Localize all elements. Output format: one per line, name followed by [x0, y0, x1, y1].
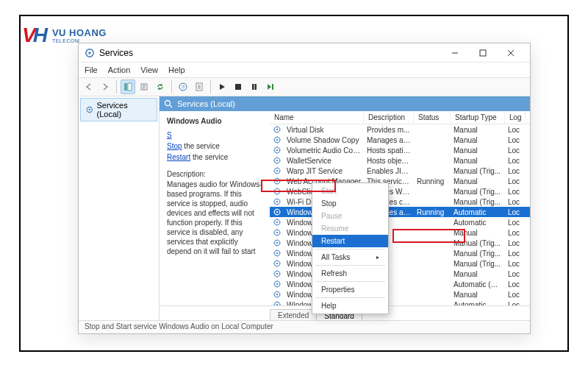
cell-startup: Manual (Trig...	[451, 167, 505, 175]
table-row[interactable]: Windows Camera FramManual (Trig...Loc	[270, 258, 530, 269]
gear-icon	[273, 300, 282, 305]
export-button[interactable]	[137, 79, 151, 94]
restart-link-word[interactable]: Restart	[167, 153, 190, 161]
back-button[interactable]	[82, 79, 96, 94]
table-row[interactable]: Volumetric Audio Composit...Hosts spatia…	[270, 145, 530, 155]
restart-service-button[interactable]	[263, 79, 278, 94]
start-service-button[interactable]	[215, 79, 229, 94]
stop-link-word[interactable]: Stop	[167, 142, 182, 150]
cell-startup: Manual	[451, 291, 505, 299]
table-row[interactable]: Virtual DiskProvides m...ManualLoc	[270, 124, 530, 135]
table-row[interactable]: Windows Audio EndpAutomaticLoc	[270, 217, 530, 227]
svg-point-33	[276, 211, 278, 213]
gear-icon	[273, 218, 282, 227]
context-menu-restart[interactable]: Restart	[312, 235, 388, 247]
table-row[interactable]: Windows ConnectionAutomatic (Trig...Loc	[270, 279, 530, 289]
gear-icon	[273, 238, 282, 247]
minimize-button[interactable]	[442, 45, 468, 61]
description-label: Description:	[167, 170, 262, 178]
cell-startup: Manual	[451, 270, 505, 278]
tab-extended[interactable]: Extended	[270, 309, 317, 320]
context-menu: StartStopPauseResumeRestartAll Tasks▸Ref…	[312, 183, 389, 314]
tree-node-services-local[interactable]: Services (Local)	[80, 98, 157, 121]
svg-rect-4	[128, 83, 132, 91]
table-row[interactable]: Windows Connect NowManualLoc	[270, 269, 530, 279]
svg-point-31	[276, 201, 278, 202]
context-menu-refresh[interactable]: Refresh	[312, 267, 388, 280]
window-title: Services	[99, 48, 442, 58]
table-row[interactable]: Windows Camera FramManual (Trig...Loc	[270, 248, 530, 258]
cell-logon: Loc	[505, 280, 526, 289]
menu-file[interactable]: File	[85, 66, 98, 74]
cell-logon: Loc	[505, 198, 526, 206]
col-header-logon[interactable]: Log	[505, 111, 526, 124]
col-header-description[interactable]: Description	[364, 111, 414, 124]
list-pane: Name Description Status Startup Type Log…	[270, 111, 530, 305]
table-row[interactable]: WebClientEnables Win...Manual (Trig...Lo…	[270, 186, 530, 197]
svg-point-29	[276, 191, 278, 192]
table-row[interactable]: Windows BackupManualLoc	[270, 227, 530, 238]
gear-icon	[273, 125, 282, 134]
svg-point-15	[165, 101, 171, 106]
detail-service-name: Windows Audio	[167, 117, 262, 125]
logo-name: VU HOANG	[52, 27, 107, 38]
svg-point-21	[276, 149, 278, 151]
table-row[interactable]: Volume Shadow CopyManages an...ManualLoc	[270, 135, 530, 145]
cell-logon: Loc	[505, 270, 526, 278]
right-pane-header: Services (Local)	[159, 96, 530, 111]
forward-button[interactable]	[98, 79, 112, 94]
context-menu-properties[interactable]: Properties	[312, 283, 388, 296]
context-menu-pause: Pause	[312, 210, 388, 222]
cell-startup: Manual	[451, 136, 505, 144]
context-menu-start: Start	[312, 185, 388, 197]
svg-point-43	[276, 263, 278, 264]
service-list[interactable]: Virtual DiskProvides m...ManualLocVolume…	[270, 124, 530, 305]
cell-startup: Manual (Trig...	[451, 239, 505, 247]
stop-service-link[interactable]: S	[167, 131, 172, 139]
context-menu-help[interactable]: Help	[312, 300, 388, 312]
pause-service-button[interactable]	[247, 79, 262, 94]
help-button[interactable]: ?	[176, 79, 190, 94]
table-row[interactable]: Windows Biometric SeManual (Trig...Loc	[270, 238, 530, 248]
table-row[interactable]: Windows Defender AdManualLoc	[270, 289, 530, 300]
table-row[interactable]: Web Account ManagerThis service ...Runni…	[270, 176, 530, 186]
cell-startup: Manual (Trig...	[451, 188, 505, 196]
svg-point-45	[276, 273, 278, 275]
table-row[interactable]: WalletServiceHosts objec...ManualLoc	[270, 155, 530, 166]
col-header-status[interactable]: Status	[414, 111, 451, 124]
gear-icon	[85, 105, 93, 114]
context-menu-all-tasks[interactable]: All Tasks▸	[312, 251, 388, 263]
cell-logon: Loc	[505, 208, 526, 216]
cell-desc: Enables JIT ...	[364, 167, 414, 175]
menu-view[interactable]: View	[140, 66, 158, 74]
svg-point-37	[276, 232, 278, 233]
svg-point-39	[276, 242, 278, 244]
stop-service-button[interactable]	[231, 79, 245, 94]
table-row[interactable]: Warp JIT ServiceEnables JIT ...Manual (T…	[270, 166, 530, 176]
svg-point-19	[276, 139, 278, 141]
cell-logon: Loc	[505, 301, 526, 306]
table-row[interactable]: Windows Defender FireAutomaticLoc	[270, 300, 530, 305]
table-row[interactable]: Wi-Fi Direct Services Conne...Manages co…	[270, 197, 530, 207]
properties-button[interactable]	[192, 79, 207, 94]
svg-rect-11	[255, 84, 257, 90]
col-header-startup[interactable]: Startup Type	[451, 111, 505, 124]
cell-logon: Loc	[505, 177, 526, 185]
menu-action[interactable]: Action	[108, 66, 131, 74]
titlebar[interactable]: Services	[79, 43, 530, 63]
cell-logon: Loc	[505, 136, 526, 144]
cell-desc: Hosts spatia...	[364, 146, 414, 155]
menu-help[interactable]: Help	[168, 66, 185, 74]
cell-logon: Loc	[505, 157, 526, 165]
context-menu-stop[interactable]: Stop	[312, 197, 388, 210]
table-row[interactable]: Windows AudioManages au...RunningAutomat…	[270, 207, 530, 217]
maximize-button[interactable]	[470, 45, 496, 61]
col-header-name[interactable]: Name	[270, 111, 364, 124]
cell-logon: Loc	[505, 229, 526, 237]
svg-point-23	[276, 160, 278, 161]
show-hide-tree-button[interactable]	[121, 79, 135, 94]
search-icon	[164, 99, 173, 108]
refresh-button[interactable]	[153, 79, 168, 94]
close-button[interactable]	[498, 45, 524, 61]
status-bar: Stop and Start service Windows Audio on …	[79, 320, 530, 333]
